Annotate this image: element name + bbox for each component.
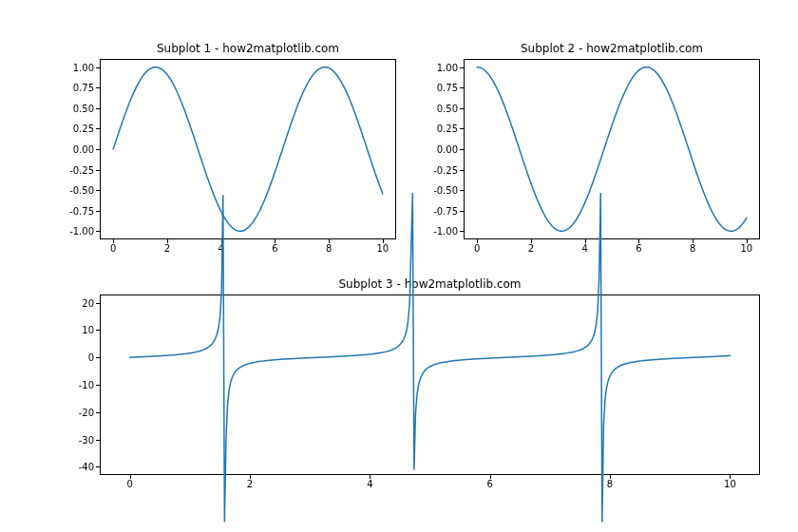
xtick-label: 6	[486, 479, 492, 489]
ytick-label: -0.75	[433, 205, 458, 216]
matplotlib-figure: Subplot 1 - how2matplotlib.com 0246810 -…	[0, 0, 798, 532]
xtick-label: 4	[367, 479, 372, 489]
ytick-mark	[460, 128, 464, 129]
xtick-label: 6	[272, 243, 277, 254]
ytick-label: 1.00	[73, 62, 94, 72]
xtick-label: 4	[581, 243, 587, 254]
xtick-label: 0	[474, 243, 480, 254]
ytick-label: 0	[88, 352, 94, 363]
ytick-label: -10	[79, 380, 94, 390]
ytick-label: -0.50	[433, 185, 458, 196]
ytick-label: 0.25	[73, 124, 94, 134]
ytick-label: 0.00	[437, 144, 458, 155]
ytick-mark	[96, 466, 100, 467]
ytick-label: 0.75	[437, 83, 458, 93]
ytick-label: -0.25	[69, 164, 94, 175]
xtick-label: 10	[376, 243, 389, 254]
ytick-mark	[96, 231, 100, 232]
subplot-2-plot	[464, 59, 760, 239]
ytick-label: 20	[82, 297, 94, 308]
subplot-1: Subplot 1 - how2matplotlib.com 0246810 -…	[100, 59, 396, 239]
ytick-label: -40	[79, 462, 94, 472]
ytick-mark	[96, 170, 100, 171]
ytick-mark	[96, 87, 100, 88]
ytick-mark	[96, 128, 100, 129]
ytick-mark	[460, 190, 464, 191]
ytick-label: -0.50	[69, 185, 94, 196]
ytick-mark	[96, 440, 100, 441]
ytick-mark	[96, 303, 100, 304]
ytick-mark	[96, 412, 100, 413]
subplot-1-title: Subplot 1 - how2matplotlib.com	[100, 42, 396, 55]
ytick-mark	[96, 190, 100, 191]
ytick-label: -1.00	[69, 226, 94, 237]
ytick-label: 10	[82, 325, 94, 335]
ytick-label: 0.75	[73, 83, 94, 93]
xtick-label: 8	[607, 479, 613, 489]
ytick-mark	[96, 67, 100, 68]
ytick-label: -1.00	[433, 226, 458, 237]
ytick-mark	[96, 211, 100, 212]
ytick-mark	[460, 108, 464, 109]
subplot-3-title: Subplot 3 - how2matplotlib.com	[100, 277, 760, 291]
ytick-label: -20	[79, 407, 94, 417]
ytick-mark	[460, 149, 464, 150]
subplot-2-title: Subplot 2 - how2matplotlib.com	[464, 42, 760, 55]
ytick-mark	[96, 149, 100, 150]
ytick-label: -30	[79, 434, 94, 445]
subplot-3: Subplot 3 - how2matplotlib.com 0246810 -…	[100, 294, 760, 475]
ytick-mark	[96, 330, 100, 331]
xtick-label: 2	[528, 243, 534, 254]
ytick-mark	[460, 170, 464, 171]
subplot-1-line	[113, 67, 383, 232]
subplot-2-line	[477, 67, 747, 232]
xtick-label: 2	[164, 243, 170, 254]
ytick-label: -0.25	[433, 164, 458, 175]
subplot-3-plot	[100, 294, 760, 475]
xtick-label: 8	[326, 243, 332, 254]
xtick-label: 0	[110, 243, 116, 254]
xtick-label: 10	[740, 243, 752, 254]
subplot-1-plot	[100, 59, 396, 239]
ytick-label: 1.00	[437, 62, 458, 72]
xtick-label: 10	[724, 479, 736, 489]
ytick-mark	[460, 211, 464, 212]
xtick-label: 8	[690, 243, 695, 254]
ytick-label: -0.75	[69, 205, 94, 216]
ytick-mark	[96, 385, 100, 386]
ytick-mark	[96, 108, 100, 109]
ytick-mark	[460, 231, 464, 232]
xtick-label: 2	[247, 479, 253, 489]
xtick-label: 6	[636, 243, 641, 254]
xtick-label: 0	[126, 479, 132, 489]
ytick-label: 0.00	[73, 144, 94, 155]
ytick-mark	[96, 357, 100, 358]
ytick-label: 0.50	[437, 103, 458, 113]
ytick-label: 0.25	[437, 124, 458, 134]
ytick-mark	[460, 67, 464, 68]
ytick-mark	[460, 87, 464, 88]
ytick-label: 0.50	[73, 103, 94, 113]
subplot-2: Subplot 2 - how2matplotlib.com 0246810 -…	[464, 59, 760, 239]
